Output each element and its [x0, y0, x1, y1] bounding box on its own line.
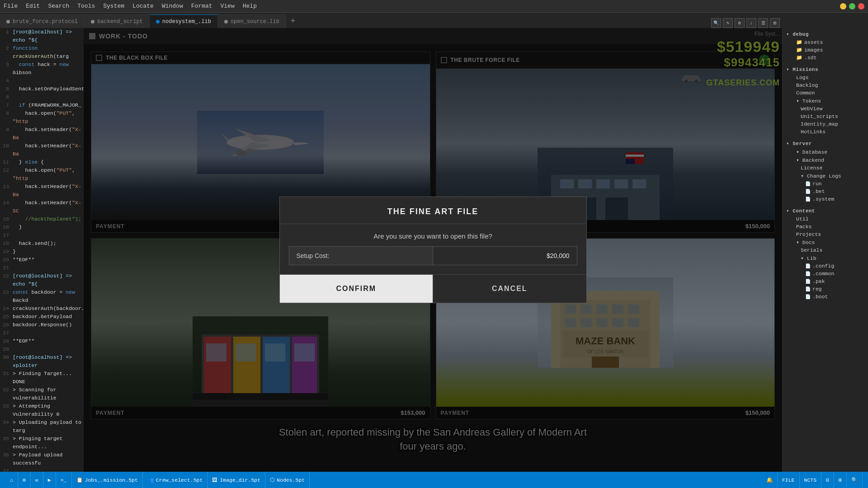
tree-item-webview[interactable]: WebView	[783, 105, 868, 113]
status-r2[interactable]: ⊞	[834, 472, 847, 488]
tree-item-util[interactable]: Util	[783, 215, 868, 223]
tree-item-change-logs[interactable]: ▾ Change Logs	[783, 172, 868, 180]
tree-item-boot[interactable]: 📄.boot	[783, 293, 868, 300]
code-line-10: 10 hack.setHeader("X-Ba	[0, 142, 84, 158]
code-line-19: 19}	[0, 248, 84, 256]
nodes-label: Nodes.5pt	[277, 477, 305, 483]
status-crew[interactable]: 👥 Crew_select.5pt	[143, 472, 208, 488]
tree-item-common2[interactable]: 📄.common	[783, 270, 868, 277]
tree-item-backend[interactable]: ▾ Backend	[783, 156, 868, 164]
tree-item-images[interactable]: 📁images	[783, 46, 868, 54]
hud-toolbar-icon-2[interactable]: ✎	[723, 18, 733, 28]
tree-item-backlog[interactable]: Backlog	[783, 81, 868, 89]
tree-item-pak[interactable]: 📄.pak	[783, 277, 868, 285]
hud-toolbar-icon-3[interactable]: ⚙	[735, 18, 745, 28]
tree-item-docs[interactable]: ▾ Docs	[783, 238, 868, 246]
tab-brute-force[interactable]: brute_force.protocol	[0, 14, 85, 28]
tree-item-database[interactable]: ▾ Database	[783, 148, 868, 156]
code-line-3: 3 const hack = new Gibson	[0, 61, 84, 77]
tree-item-hotlinks[interactable]: HotLinks	[783, 128, 868, 136]
menu-help[interactable]: Help	[243, 3, 257, 9]
menu-tools[interactable]: Tools	[77, 3, 95, 9]
code-line-24: 24crackUserAuth(backdoor.Ge	[0, 305, 84, 313]
hud-toolbar-icon-5[interactable]: ☰	[758, 18, 768, 28]
status-jobs[interactable]: 📋 Jobs_.mission.5pt	[72, 472, 143, 488]
status-play[interactable]: ▶	[43, 472, 56, 488]
code-line-22: 22[root@localhost] => echo "${	[0, 272, 84, 288]
status-nodes[interactable]: ⬡ Nodes.5pt	[265, 472, 310, 488]
file-tree-sidebar: ▾ debug 📁assets 📁images 📁.sdt ▾ Missions…	[782, 28, 868, 472]
modal-cost-row: Setup Cost: $20,000	[289, 246, 577, 265]
status-terminal[interactable]: >_	[56, 472, 72, 488]
tree-item-unit-scripts[interactable]: Unit_scripts	[783, 113, 868, 120]
jobs-icon: 📋	[76, 477, 83, 483]
code-line-5: 5 hack.setOnPayloadSentC	[0, 85, 84, 93]
menu-locate[interactable]: Locate	[132, 3, 154, 9]
minimize-button[interactable]	[840, 3, 846, 9]
code-line-29: 29	[0, 345, 84, 353]
menu-bar: File Edit Search Tools System Locate Win…	[0, 0, 868, 13]
tree-section-debug: ▾ debug 📁assets 📁images 📁.sdt	[783, 28, 868, 63]
status-home[interactable]: ⌂	[5, 472, 18, 488]
cancel-button[interactable]: CANCEL	[433, 275, 586, 303]
maximize-button[interactable]	[849, 3, 855, 9]
status-settings[interactable]: ⚙	[18, 472, 31, 488]
confirm-button[interactable]: CONFIRM	[280, 275, 434, 303]
code-line-28: 28**EOF**	[0, 337, 84, 345]
tree-item-reg[interactable]: 📄reg	[783, 285, 868, 293]
menu-view[interactable]: View	[221, 3, 235, 9]
tree-header-missions[interactable]: ▾ Missions	[783, 65, 868, 74]
tree-item-serials[interactable]: Serials	[783, 246, 868, 254]
status-notification[interactable]: 🔔	[762, 472, 778, 488]
settings-icon: ⚙	[23, 477, 26, 483]
nodes-icon: ⬡	[270, 477, 274, 483]
status-email[interactable]: ✉	[31, 472, 43, 488]
tree-item-common[interactable]: Common	[783, 89, 868, 97]
tree-item-tokens[interactable]: ▾ Tokens	[783, 97, 868, 105]
tree-item-identity-map[interactable]: Identity_map	[783, 120, 868, 128]
code-line-33: 33> Attempting Vulnerability 0	[0, 402, 84, 418]
tab-open-source[interactable]: open_source.lib	[218, 14, 286, 28]
code-line-14: 14 hack.setHeader("X-SC	[0, 199, 84, 215]
status-file-label: FILE	[778, 472, 800, 488]
modal-dialog: THE FINE ART FILE Are you sure you want …	[279, 197, 587, 303]
hud-toolbar-icon-6[interactable]: ⊞	[770, 18, 780, 28]
status-r1[interactable]: ⊟	[821, 472, 834, 488]
tree-header-debug[interactable]: ▾ debug	[783, 30, 868, 38]
tree-item-sdt[interactable]: 📁.sdt	[783, 54, 868, 61]
menu-search[interactable]: Search	[48, 3, 69, 9]
menu-file[interactable]: File	[4, 3, 18, 9]
status-ncts: NCTS	[800, 472, 822, 488]
menu-format[interactable]: Format	[191, 3, 212, 9]
status-search-right[interactable]: 🔍	[847, 472, 863, 488]
tab-backend-script[interactable]: backend_script	[85, 14, 150, 28]
close-button[interactable]	[858, 3, 864, 9]
code-line-23: 23const backdoor = new Backd	[0, 288, 84, 305]
tree-item-run[interactable]: 📄run	[783, 180, 868, 188]
tree-item-packs[interactable]: Packs	[783, 223, 868, 230]
code-line-9: 9 hack.setHeader("X-Ba	[0, 126, 84, 142]
tree-header-server[interactable]: ▾ Server	[783, 139, 868, 148]
menu-window[interactable]: Window	[162, 3, 183, 9]
menu-system[interactable]: System	[103, 3, 124, 9]
status-right-area: 🔔 FILE NCTS ⊟ ⊞ 🔍	[762, 472, 863, 488]
code-line-30: 30[root@localhost] => xploiter	[0, 353, 84, 370]
code-line-2: 2function crackUserAuth(targ	[0, 44, 84, 61]
tree-item-assets[interactable]: 📁assets	[783, 38, 868, 46]
tab-nodesystem[interactable]: nodesystem_.lib	[150, 14, 218, 28]
hud-toolbar-icon-4[interactable]: ↓	[746, 18, 756, 28]
status-image[interactable]: 🖼 Image_dir.5pt	[208, 472, 265, 488]
tree-item-system[interactable]: 📄.system	[783, 195, 868, 203]
tree-item-projects[interactable]: Projects	[783, 230, 868, 238]
tree-header-content[interactable]: ▾ Content	[783, 206, 868, 215]
tree-item-logs[interactable]: Logs	[783, 74, 868, 81]
tree-item-bet[interactable]: 📄.bet	[783, 188, 868, 195]
menu-edit[interactable]: Edit	[26, 3, 40, 9]
tree-section-server: ▾ Server ▾ Database ▾ Backend License ▾ …	[783, 137, 868, 205]
tree-item-license[interactable]: License	[783, 164, 868, 172]
tree-item-lib[interactable]: ▾ Lib	[783, 254, 868, 262]
home-icon: ⌂	[10, 477, 13, 483]
hud-toolbar-icon-1[interactable]: 🔍	[711, 18, 721, 28]
add-tab-button[interactable]: +	[286, 14, 300, 28]
tree-item-config[interactable]: 📄.config	[783, 262, 868, 270]
